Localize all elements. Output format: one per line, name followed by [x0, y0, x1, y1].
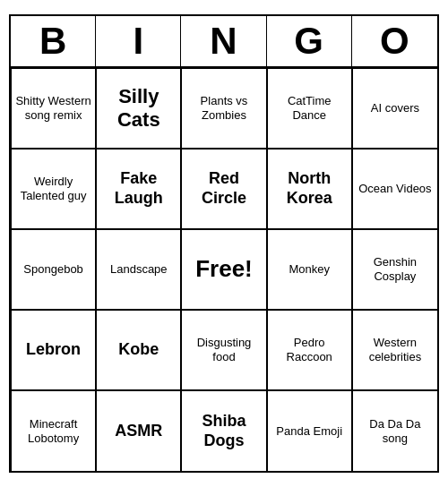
- bingo-cell-4: AI covers: [352, 68, 437, 149]
- cell-text-19: Western celebrities: [357, 336, 434, 363]
- cell-text-23: Panda Emoji: [276, 424, 342, 439]
- bingo-letter-n: N: [181, 16, 266, 66]
- bingo-cell-3: CatTime Dance: [267, 68, 352, 149]
- cell-text-13: Monkey: [289, 262, 330, 277]
- bingo-cell-5: Weirdly Talented guy: [11, 149, 96, 229]
- cell-text-10: Spongebob: [23, 262, 83, 277]
- bingo-cell-17: Disgusting food: [181, 310, 266, 390]
- cell-text-5: Weirdly Talented guy: [15, 175, 91, 202]
- bingo-cell-13: Monkey: [267, 229, 352, 310]
- cell-text-12: Free!: [195, 255, 253, 283]
- cell-text-15: Lebron: [26, 340, 81, 360]
- bingo-cell-9: Ocean Videos: [352, 149, 437, 229]
- bingo-cell-6: Fake Laugh: [96, 149, 181, 229]
- bingo-cell-15: Lebron: [11, 310, 96, 390]
- bingo-cell-21: ASMR: [96, 390, 181, 471]
- bingo-cell-1: Silly Cats: [96, 68, 181, 149]
- bingo-cell-16: Kobe: [96, 310, 181, 390]
- bingo-cell-10: Spongebob: [11, 229, 96, 310]
- bingo-cell-14: Genshin Cosplay: [352, 229, 437, 310]
- cell-text-21: ASMR: [115, 422, 162, 441]
- bingo-letter-b: B: [11, 16, 96, 66]
- cell-text-14: Genshin Cosplay: [357, 255, 434, 283]
- bingo-cell-11: Landscape: [96, 229, 181, 310]
- bingo-cell-19: Western celebrities: [352, 310, 437, 390]
- bingo-letter-o: O: [352, 16, 437, 66]
- bingo-grid: Shitty Western song remixSilly CatsPlant…: [11, 68, 437, 471]
- bingo-cell-20: Minecraft Lobotomy: [11, 390, 96, 471]
- cell-text-7: Red Circle: [185, 169, 262, 208]
- bingo-letter-g: G: [267, 16, 352, 66]
- bingo-cell-8: North Korea: [267, 149, 352, 229]
- bingo-cell-12: Free!: [181, 229, 266, 310]
- cell-text-22: Shiba Dogs: [185, 412, 262, 450]
- bingo-cell-22: Shiba Dogs: [181, 390, 266, 471]
- cell-text-4: AI covers: [371, 101, 419, 115]
- cell-text-18: Pedro Raccoon: [271, 336, 348, 363]
- cell-text-2: Plants vs Zombies: [185, 94, 262, 122]
- bingo-card: BINGO Shitty Western song remixSilly Cat…: [9, 14, 439, 473]
- bingo-cell-0: Shitty Western song remix: [11, 68, 96, 149]
- cell-text-9: Ocean Videos: [358, 182, 431, 196]
- cell-text-0: Shitty Western song remix: [15, 94, 91, 122]
- cell-text-24: Da Da Da song: [357, 417, 434, 445]
- cell-text-8: North Korea: [271, 169, 348, 208]
- cell-text-11: Landscape: [110, 262, 168, 277]
- cell-text-1: Silly Cats: [100, 85, 177, 132]
- cell-text-6: Fake Laugh: [100, 169, 177, 208]
- cell-text-16: Kobe: [118, 340, 159, 360]
- bingo-cell-18: Pedro Raccoon: [267, 310, 352, 390]
- cell-text-3: CatTime Dance: [271, 94, 348, 122]
- bingo-header: BINGO: [11, 16, 437, 68]
- bingo-cell-23: Panda Emoji: [267, 390, 352, 471]
- bingo-letter-i: I: [96, 16, 181, 66]
- bingo-cell-24: Da Da Da song: [352, 390, 437, 471]
- bingo-cell-2: Plants vs Zombies: [181, 68, 266, 149]
- cell-text-20: Minecraft Lobotomy: [15, 417, 91, 445]
- bingo-cell-7: Red Circle: [181, 149, 266, 229]
- cell-text-17: Disgusting food: [185, 336, 262, 363]
